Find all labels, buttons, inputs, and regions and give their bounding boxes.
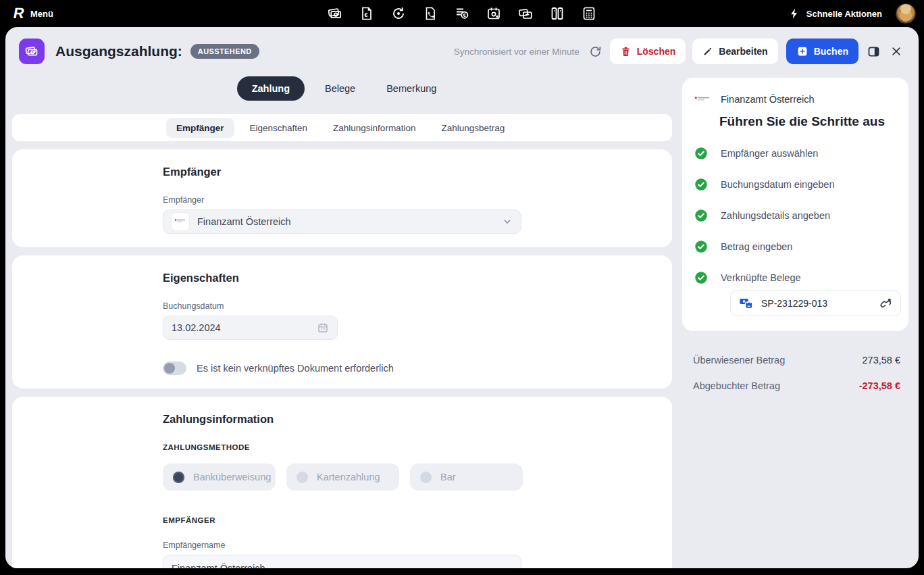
outgoing-payment-icon xyxy=(19,39,45,64)
cash-icon[interactable] xyxy=(327,5,343,22)
buchungsdatum-input[interactable]: 13.02.2024 xyxy=(163,316,338,340)
app-logo-icon: R xyxy=(12,6,25,21)
side-panel-icon xyxy=(867,45,881,59)
book-button[interactable]: Buchen xyxy=(786,39,858,64)
zahlungsmethode-section-label: ZAHLUNGSMETHODE xyxy=(163,443,652,451)
sync-status: Synchronisiert vor einer Minute xyxy=(454,47,580,57)
empfaenger-select[interactable]: Finanzamt Österreich xyxy=(163,209,521,234)
step-label: Verknüpfte Belege xyxy=(721,272,801,283)
empfaengername-input[interactable]: Finanzamt Österreich xyxy=(163,555,521,568)
empfaenger-select-value: Finanzamt Österreich xyxy=(197,216,291,227)
amount-row: Abgebuchter Betrag -273,58 € xyxy=(693,379,900,393)
step-item: Empfänger auswählen xyxy=(694,147,898,160)
delete-button[interactable]: Löschen xyxy=(610,39,686,64)
content-area: Zahlung Belege Bemerkung Empfänger Eigen… xyxy=(5,66,919,568)
buchungsdatum-label: Buchungsdatum xyxy=(163,301,652,311)
steps-card: Finanzamt Österreich Führen Sie die Schr… xyxy=(682,78,908,331)
menu-button[interactable]: R Menü xyxy=(9,5,57,22)
refresh-button[interactable] xyxy=(588,44,603,59)
check-circle-icon xyxy=(694,209,708,222)
payment-document-icon xyxy=(739,296,754,311)
radio-icon xyxy=(297,472,308,483)
method-label: Kartenzahlung xyxy=(317,472,380,482)
unlink-button[interactable] xyxy=(879,297,892,310)
card-zahlungsinformation: Zahlungsinformation ZAHLUNGSMETHODE Bank… xyxy=(12,397,672,568)
finanzamt-logo xyxy=(694,91,711,107)
subtab-zahlungsbetrag[interactable]: Zahlungsbetrag xyxy=(431,118,515,138)
edit-button[interactable]: Bearbeiten xyxy=(692,39,777,64)
check-circle-icon xyxy=(694,240,708,253)
close-button[interactable] xyxy=(889,44,904,59)
avatar[interactable] xyxy=(896,3,916,24)
cards-icon[interactable] xyxy=(517,5,534,22)
header-actions: Synchronisiert vor einer Minute Löschen … xyxy=(454,39,904,64)
tab-bemerkung[interactable]: Bemerkung xyxy=(376,78,447,99)
contact-document-icon[interactable] xyxy=(422,5,438,22)
amount-label: Abgebuchter Betrag xyxy=(693,380,780,391)
step-label: Betrag eingeben xyxy=(721,241,792,252)
trash-icon xyxy=(620,46,632,57)
card-empfaenger-title: Empfänger xyxy=(163,166,652,178)
pencil-icon xyxy=(702,46,713,57)
subtab-zahlungsinformation[interactable]: Zahlungsinformation xyxy=(323,118,426,138)
no-document-toggle-label: Es ist kein verknüpftes Dokument erforde… xyxy=(197,363,394,374)
company-name: Finanzamt Österreich xyxy=(721,94,815,105)
linked-document-id: SP-231229-013 xyxy=(761,298,827,309)
menu-label: Menü xyxy=(30,9,53,19)
no-document-toggle-row: Es ist kein verknüpftes Dokument erforde… xyxy=(163,361,652,375)
check-circle-icon xyxy=(694,271,708,284)
steps-title: Führen Sie die Schritte aus xyxy=(719,114,898,129)
empfaenger-section-label: EMPFÄNGER xyxy=(163,516,652,524)
company-row: Finanzamt Österreich xyxy=(693,91,898,107)
page-title: Ausgangszahlung: xyxy=(55,43,182,59)
method-kartenzahlung[interactable]: Kartenzahlung xyxy=(286,464,399,491)
page-header: Ausgangszahlung: AUSSTEHEND Synchronisie… xyxy=(5,27,919,66)
calendar-receipt-icon[interactable] xyxy=(486,5,502,22)
method-bar[interactable]: Bar xyxy=(410,464,523,491)
radio-icon xyxy=(420,472,432,483)
check-circle-icon xyxy=(694,147,708,160)
plus-square-icon xyxy=(796,45,808,57)
svg-text:€: € xyxy=(365,11,368,18)
empfaengername-label: Empfängername xyxy=(163,541,652,550)
kanban-icon[interactable] xyxy=(549,5,565,22)
subtab-bar: Empfänger Eigenschaften Zahlungsinformat… xyxy=(12,114,672,141)
method-bankueberweisung[interactable]: Banküberweisung xyxy=(163,464,276,491)
quick-actions-button[interactable]: Schnelle Aktionen xyxy=(784,7,886,20)
empfaengername-value: Finanzamt Österreich xyxy=(172,563,265,568)
chevron-down-icon xyxy=(502,216,513,227)
panel-toggle-button[interactable] xyxy=(865,43,882,60)
step-item: Verknüpfte Belege xyxy=(694,271,898,284)
calendar-icon xyxy=(317,322,329,334)
invoice-euro-icon[interactable]: € xyxy=(359,5,375,22)
tab-zahlung[interactable]: Zahlung xyxy=(237,76,305,101)
quick-actions-label: Schnelle Aktionen xyxy=(806,9,882,19)
amount-row: Überwiesener Betrag 273,58 € xyxy=(693,353,900,367)
edit-label: Bearbeiten xyxy=(719,46,767,57)
buchungsdatum-value: 13.02.2024 xyxy=(172,322,221,333)
step-item: Buchungsdatum eingeben xyxy=(694,178,898,191)
radio-selected-icon xyxy=(173,472,184,483)
sync-rotate-icon[interactable] xyxy=(390,5,407,22)
lightning-icon xyxy=(788,7,800,20)
card-eigenschaften: Eigenschaften Buchungsdatum 13.02.2024 E… xyxy=(12,255,672,389)
tab-belege[interactable]: Belege xyxy=(314,78,366,99)
no-document-toggle[interactable] xyxy=(163,361,186,375)
subtab-empfaenger[interactable]: Empfänger xyxy=(166,118,234,138)
status-badge: AUSSTEHEND xyxy=(190,44,259,59)
delete-label: Löschen xyxy=(637,46,676,57)
main-column: Zahlung Belege Bemerkung Empfänger Eigen… xyxy=(12,66,672,568)
amount-value: 273,58 € xyxy=(863,355,900,366)
sidebar: Finanzamt Österreich Führen Sie die Schr… xyxy=(682,66,908,405)
amount-value-negative: -273,58 € xyxy=(859,380,900,391)
list-euro-icon[interactable]: € xyxy=(454,5,470,22)
topbar-icon-strip: € € xyxy=(327,5,597,22)
subtab-eigenschaften[interactable]: Eigenschaften xyxy=(240,118,318,138)
calculator-icon[interactable] xyxy=(581,5,597,22)
step-label: Buchungsdatum eingeben xyxy=(721,179,835,190)
linked-document-chip[interactable]: SP-231229-013 xyxy=(730,291,901,316)
step-item: Betrag eingeben xyxy=(694,240,898,253)
svg-text:€: € xyxy=(463,12,466,18)
step-item: Zahlungsdetails angeben xyxy=(694,209,898,222)
book-label: Buchen xyxy=(814,46,848,57)
